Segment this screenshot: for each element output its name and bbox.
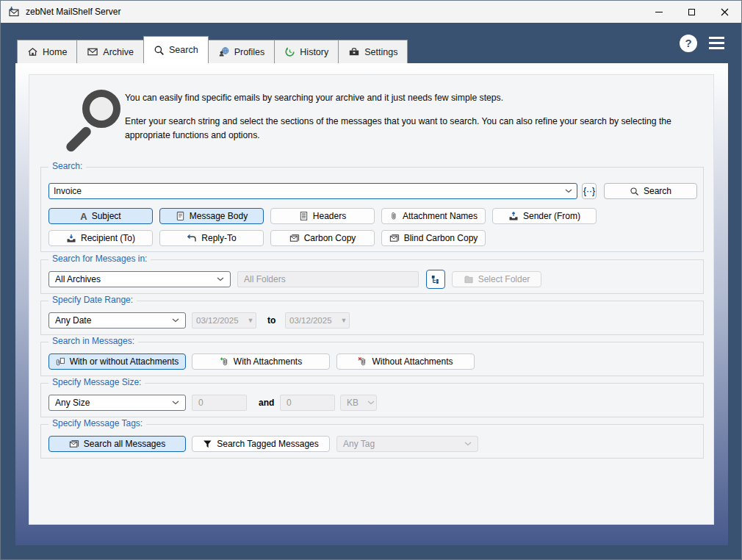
window-controls: [642, 1, 741, 23]
toggle-label: Headers: [313, 211, 346, 221]
select-folder-label: Select Folder: [478, 274, 530, 284]
toggle-search-all-messages[interactable]: Search all Messages: [48, 436, 186, 452]
group-date-range-label: Specify Date Range:: [48, 295, 137, 305]
reply-arrow-icon: [187, 233, 197, 243]
toggle-carbon-copy[interactable]: Carbon Copy: [270, 230, 375, 246]
minimize-icon: [655, 12, 663, 12]
envelope-icon: [87, 46, 98, 57]
toggle-subject[interactable]: A Subject: [48, 208, 153, 224]
toggle-headers[interactable]: Headers: [270, 208, 375, 224]
toggle-reply-to[interactable]: Reply-To: [159, 230, 264, 246]
select-folder-button: Select Folder: [452, 271, 541, 287]
paperclip-document-icon: [56, 356, 65, 367]
toggle-blind-carbon-copy[interactable]: Blind Carbon Copy: [381, 230, 486, 246]
chevron-down-icon: ▼: [248, 317, 254, 324]
intro-text: You can easily find specific emails by s…: [125, 91, 709, 143]
date-preset-select[interactable]: Any Date: [48, 312, 186, 329]
toggle-search-tagged-messages[interactable]: Search Tagged Messages: [192, 436, 330, 452]
inbox-arrow-icon: [66, 233, 76, 243]
app-window: zebNet MailShelf Server Home: [0, 0, 742, 560]
size-preset-select[interactable]: Any Size: [48, 395, 186, 411]
size-min-value: 0: [198, 398, 203, 408]
chevron-down-icon: ▼: [341, 317, 347, 324]
tab-strip: Home Archive Search: [18, 36, 408, 63]
size-unit-value: KB: [347, 398, 359, 408]
archive-select-value: All Archives: [55, 274, 101, 284]
home-icon: [27, 46, 38, 57]
header: Home Archive Search: [1, 23, 741, 63]
toggle-message-body[interactable]: Message Body: [159, 208, 264, 224]
tab-home[interactable]: Home: [17, 40, 77, 63]
tab-search[interactable]: Search: [143, 36, 209, 63]
filter-funnel-icon: [203, 439, 212, 449]
search-page: You can easily find specific emails by s…: [29, 74, 714, 525]
paperclip-icon: [389, 211, 398, 221]
minimize-button[interactable]: [642, 1, 675, 23]
tag-select: Any Tag: [336, 436, 478, 452]
tab-label: Settings: [364, 47, 397, 57]
tab-label: History: [300, 47, 328, 57]
document-lines-icon: [299, 211, 309, 221]
toolbox-icon: [348, 46, 360, 57]
outbox-arrow-icon: [508, 211, 519, 221]
regex-button[interactable]: {··}: [582, 183, 597, 199]
toggle-label: Without Attachments: [372, 356, 453, 367]
hamburger-menu-icon[interactable]: [709, 37, 724, 50]
chevron-down-icon: [172, 401, 179, 405]
group-attachments-label: Search in Messages:: [48, 336, 138, 346]
date-preset-value: Any Date: [55, 315, 91, 326]
group-date-range: Specify Date Range: Any Date 03/12/2025 …: [40, 301, 704, 335]
size-max-value: 0: [287, 398, 292, 408]
toggle-label: With or without Attachments: [70, 356, 179, 367]
tab-settings[interactable]: Settings: [338, 40, 408, 63]
window-title: zebNet MailShelf Server: [26, 7, 120, 17]
search-input[interactable]: Invoice: [48, 183, 577, 199]
toggle-with-attachments[interactable]: With Attachments: [192, 353, 330, 370]
chevron-down-icon[interactable]: [565, 189, 572, 193]
magnifier-icon: [630, 187, 639, 196]
tag-select-value: Any Tag: [343, 439, 375, 449]
group-size-label: Specify Message Size:: [48, 377, 145, 387]
tab-label: Home: [43, 47, 67, 57]
close-button[interactable]: [708, 1, 741, 23]
envelope-copy-icon: [389, 233, 400, 243]
toggle-label: Recipient (To): [81, 233, 135, 243]
group-tags-label: Specify Message Tags:: [48, 418, 146, 428]
group-scope-label: Search for Messages in:: [48, 254, 151, 264]
titlebar: zebNet MailShelf Server: [1, 1, 741, 23]
chevron-down-icon: [172, 318, 179, 323]
toggle-sender-from[interactable]: Sender (From): [492, 208, 597, 224]
intro-paragraph-1: You can easily find specific emails by s…: [125, 91, 709, 105]
toggle-attachment-names[interactable]: Attachment Names: [381, 208, 486, 224]
tab-profiles[interactable]: Profiles: [208, 40, 275, 63]
close-icon: [721, 8, 729, 16]
folders-field-value: All Folders: [244, 274, 286, 284]
maximize-button[interactable]: [675, 1, 708, 23]
folders-field: All Folders: [237, 271, 419, 287]
chevron-down-icon: [217, 277, 224, 281]
tab-history[interactable]: History: [274, 40, 339, 63]
toggle-label: Search Tagged Messages: [217, 439, 319, 449]
tab-archive[interactable]: Archive: [76, 40, 144, 63]
archive-select[interactable]: All Archives: [48, 271, 231, 287]
group-scope: Search for Messages in: All Archives All…: [40, 259, 704, 294]
person-globe-icon: [218, 46, 230, 57]
folder-tree-button[interactable]: [426, 270, 445, 289]
toggle-recipient-to[interactable]: Recipient (To): [48, 230, 153, 246]
date-to-picker: 03/12/2025 ▼: [285, 312, 350, 329]
regex-button-label: {··}: [583, 186, 595, 196]
search-query-value: Invoice: [54, 186, 82, 196]
toggle-with-or-without-attachments[interactable]: With or without Attachments: [48, 353, 186, 370]
tab-label: Profiles: [234, 47, 265, 57]
chevron-down-icon: [464, 442, 472, 446]
group-tags: Specify Message Tags: Search all Message…: [40, 424, 704, 459]
size-min-field: 0: [192, 395, 247, 411]
help-icon[interactable]: ?: [680, 35, 697, 52]
app-envelope-icon: [8, 6, 20, 18]
toggle-without-attachments[interactable]: Without Attachments: [336, 353, 475, 370]
date-to-value: 03/12/2025: [289, 316, 332, 325]
date-from-value: 03/12/2025: [196, 316, 239, 325]
header-actions: ?: [680, 23, 724, 63]
toggle-label: Sender (From): [523, 211, 580, 221]
search-button[interactable]: Search: [604, 183, 697, 199]
